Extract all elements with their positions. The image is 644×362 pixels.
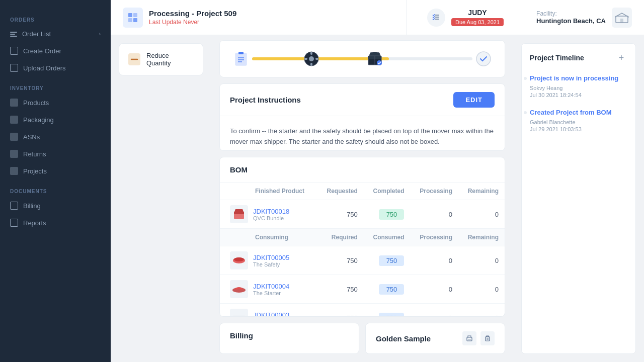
asns-icon bbox=[10, 133, 18, 141]
progress-section bbox=[219, 40, 505, 77]
golden-sample-actions bbox=[462, 331, 495, 345]
col-completed: Completed bbox=[364, 183, 411, 200]
consuming-info-3: JDKIT00003 The Mover Max bbox=[253, 311, 291, 317]
billing-header: Billing bbox=[230, 331, 349, 340]
remaining-3: 0 bbox=[458, 304, 505, 317]
consuming-row-2: JDKIT00004 The Starter 750 750 0 0 bbox=[220, 275, 505, 304]
sidebar-item-reports[interactable]: Reports bbox=[0, 214, 111, 231]
svg-rect-35 bbox=[468, 339, 471, 340]
svg-rect-12 bbox=[238, 52, 244, 54]
remaining-cell: 0 bbox=[458, 200, 505, 229]
sidebar-item-projects[interactable]: Projects bbox=[0, 162, 111, 179]
svg-rect-21 bbox=[315, 58, 318, 60]
project-icon bbox=[123, 8, 143, 28]
left-panel: Reduce Quantity bbox=[111, 35, 211, 362]
completed-cell: 750 bbox=[364, 200, 411, 229]
consuming-sku-1[interactable]: JDKIT00005 bbox=[253, 254, 289, 261]
sidebar-item-returns[interactable]: Returns bbox=[0, 145, 111, 162]
consuming-thumb-2 bbox=[230, 280, 248, 298]
sidebar-item-label: Reports bbox=[23, 219, 46, 227]
edit-button[interactable]: EDIT bbox=[453, 92, 495, 108]
sidebar-item-order-list[interactable]: Order List › bbox=[0, 26, 111, 42]
consumed-1: 750 bbox=[364, 246, 411, 275]
svg-point-26 bbox=[476, 52, 491, 66]
consuming-sku-3[interactable]: JDKIT00003 bbox=[253, 311, 291, 317]
sidebar-item-label: Billing bbox=[23, 202, 41, 210]
bom-card: BOM Finished Product Requested Completed… bbox=[219, 157, 505, 317]
sidebar-item-label: Packaging bbox=[23, 116, 54, 124]
inventory-section-label: INVENTORY bbox=[0, 76, 111, 94]
col-requested: Requested bbox=[317, 183, 364, 200]
facility-text: Facility: Huntington Beach, CA bbox=[536, 10, 606, 25]
reduce-quantity-card[interactable]: Reduce Quantity bbox=[119, 43, 203, 75]
svg-rect-11 bbox=[235, 53, 247, 65]
required-2: 750 bbox=[317, 275, 364, 304]
projects-icon bbox=[10, 167, 18, 175]
svg-point-17 bbox=[309, 56, 314, 61]
instructions-title: Project Instructions bbox=[230, 96, 301, 104]
sidebar-item-create-order[interactable]: Create Order bbox=[0, 42, 111, 59]
product-sku[interactable]: JDKIT00018 bbox=[253, 208, 289, 215]
header-judy: JUDY Due Aug 03, 2021 bbox=[407, 0, 524, 35]
consuming-info-1: JDKIT00005 The Safety bbox=[253, 254, 289, 267]
sidebar-item-label: Projects bbox=[23, 167, 47, 175]
svg-rect-0 bbox=[128, 13, 132, 17]
consumed-3: 750 bbox=[364, 304, 411, 317]
project-title: Processing - Project 509 bbox=[149, 9, 236, 18]
svg-rect-32 bbox=[232, 316, 246, 317]
documents-section-label: DOCUMENTS bbox=[0, 179, 111, 197]
billing-card: Billing bbox=[219, 323, 359, 354]
product-name: QVC Bundle bbox=[253, 215, 289, 221]
chevron-right-icon: › bbox=[99, 31, 101, 37]
create-icon bbox=[10, 47, 18, 55]
consuming-row-3: JDKIT00003 The Mover Max 750 750 0 0 bbox=[220, 304, 505, 317]
sidebar-item-billing[interactable]: Billing bbox=[0, 197, 111, 214]
consuming-name-2: The Starter bbox=[253, 290, 289, 296]
sidebar-item-products[interactable]: Products bbox=[0, 94, 111, 111]
col-finished-product: Finished Product bbox=[220, 183, 317, 200]
orders-section-label: ORDERS bbox=[0, 8, 111, 26]
sidebar-item-asns[interactable]: ASNs bbox=[0, 128, 111, 145]
consuming-header-row: Consuming Required Consumed Processing bbox=[220, 229, 505, 246]
instructions-body: To confirm -- the starter and the safety… bbox=[220, 116, 505, 151]
sidebar-item-label: ASNs bbox=[23, 133, 40, 141]
processing-2: 0 bbox=[410, 275, 458, 304]
header-project-info: Processing - Project 509 Last Update Nev… bbox=[111, 0, 407, 35]
product-thumbnail bbox=[230, 205, 248, 223]
print-button[interactable] bbox=[462, 331, 476, 345]
warehouse-icon bbox=[612, 8, 632, 28]
event-1-date: Jul 30 2021 18:24:54 bbox=[530, 92, 627, 98]
delete-button[interactable] bbox=[480, 331, 495, 345]
checklist-icon bbox=[427, 9, 445, 27]
timeline-event-1: Project is now in processing Sokvy Heang… bbox=[530, 74, 627, 98]
bom-header: BOM bbox=[220, 157, 505, 183]
sidebar-item-upload-orders[interactable]: Upload Orders bbox=[0, 59, 111, 76]
svg-point-30 bbox=[234, 257, 244, 261]
bottom-row: Billing Golden Sample bbox=[219, 323, 505, 354]
sidebar: ORDERS Order List › Create Order Upload … bbox=[0, 0, 111, 362]
sidebar-item-packaging[interactable]: Packaging bbox=[0, 111, 111, 128]
required-1: 750 bbox=[317, 246, 364, 275]
processing-1: 0 bbox=[410, 246, 458, 275]
sidebar-item-label: Products bbox=[23, 99, 49, 107]
progress-steps bbox=[232, 50, 493, 68]
billing-icon bbox=[10, 202, 18, 210]
consumed-col-label: Consumed bbox=[364, 229, 411, 246]
consuming-sku-2[interactable]: JDKIT00004 bbox=[253, 283, 289, 290]
list-icon bbox=[10, 32, 17, 37]
add-timeline-event-button[interactable]: + bbox=[615, 52, 627, 64]
sidebar-item-label: Returns bbox=[23, 150, 46, 158]
remaining-1: 0 bbox=[458, 246, 505, 275]
consuming-row-1: JDKIT00005 The Safety 750 750 0 0 bbox=[220, 246, 505, 275]
product-info: JDKIT00018 QVC Bundle bbox=[253, 208, 289, 221]
event-2-date: Jul 29 2021 10:03:53 bbox=[530, 126, 627, 132]
golden-sample-title: Golden Sample bbox=[376, 334, 431, 343]
instructions-card: Project Instructions EDIT To confirm -- … bbox=[219, 83, 505, 151]
returns-icon bbox=[10, 150, 18, 158]
consuming-name-1: The Safety bbox=[253, 261, 289, 267]
reduce-quantity-icon bbox=[127, 52, 141, 66]
col-processing: Processing bbox=[410, 183, 458, 200]
svg-rect-2 bbox=[128, 18, 132, 22]
timeline-title: Project Timeline bbox=[530, 54, 584, 62]
upload-icon bbox=[10, 64, 18, 72]
